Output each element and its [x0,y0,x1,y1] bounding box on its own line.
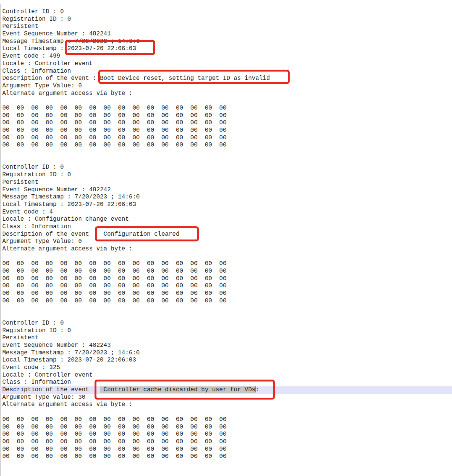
description-line: Description of the event Configuration c… [2,231,452,238]
registration-id-line: Registration ID : 0 [2,16,452,23]
event-code-line: Event code : 499 [2,53,452,60]
class-line: Class : Information [2,379,452,386]
description-label: Description of the event [2,231,104,238]
blank-line [2,157,452,164]
hex-dump-row: 00 00 00 00 00 00 00 00 00 00 00 00 00 0… [2,112,452,120]
description-suffix: : [255,386,259,393]
locale-line: Locale : Controller event [2,60,452,68]
message-timestamp-line: Message Timestamp : 7/20/2023 ; 14:6:0 [2,38,452,46]
blank-line [2,468,452,476]
hex-dump-row: 00 00 00 00 00 00 00 00 00 00 00 00 00 0… [2,416,452,424]
argument-type-value-line: Argument Type Value: 30 [2,394,452,401]
message-timestamp-line: Message Timestamp : 7/20/2023 ; 14:6:0 [2,349,452,357]
hex-dump-row: 00 00 00 00 00 00 00 00 00 00 00 00 00 0… [2,105,452,112]
event-code-line: Event code : 4 [2,209,452,216]
persistence-line: Persistent [2,23,452,31]
alternate-argument-line: Alternate argument access via byte : [2,246,452,253]
event-log-block: Controller ID : 0Registration ID : 0Pers… [2,320,452,475]
locale-line: Locale : Controller event [2,372,452,379]
registration-id-line: Registration ID : 0 [2,171,452,179]
description-line: Description of the event Controller cach… [0,386,452,394]
class-line: Class : Information [2,223,452,231]
alternate-argument-line: Alternate argument access via byte : [2,401,452,409]
class-line: Class : Information [2,68,452,75]
persistence-line: Persistent [2,179,452,186]
hex-dump-row: 00 00 00 00 00 00 00 00 00 00 00 00 00 0… [2,134,452,142]
selected-text: Controller cache discarded by user for V… [100,386,255,393]
hex-dump-row: 00 00 00 00 00 00 00 00 00 00 00 00 00 0… [2,290,452,298]
description-label: Description of the event : [2,75,100,82]
argument-type-value-line: Argument Type Value: 0 [2,82,452,90]
argument-type-value-line: Argument Type Value: 0 [2,238,452,246]
description-line: Description of the event : Boot Device r… [2,75,452,82]
hex-dump-row: 00 00 00 00 00 00 00 00 00 00 00 00 00 0… [2,275,452,283]
local-timestamp-line: Local Timestamp : 2023-07-20 22:06:03 [2,45,452,53]
blank-line [2,149,452,157]
persistence-line: Persistent [2,334,452,342]
hex-dump-row: 00 00 00 00 00 00 00 00 00 00 00 00 00 0… [2,142,452,149]
blank-line [2,97,452,105]
controller-id-line: Controller ID : 0 [2,320,452,327]
controller-id-line: Controller ID : 0 [2,8,452,16]
log-viewer-page: Controller ID : 0Registration ID : 0Pers… [0,0,452,476]
description-value: Configuration cleared [104,231,180,238]
event-sequence-number-line: Event Sequence Number : 482242 [2,186,452,194]
controller-id-line: Controller ID : 0 [2,164,452,171]
alternate-argument-line: Alternate argument access via byte : [2,90,452,98]
locale-line: Locale : Configuration change event [2,216,452,223]
hex-dump-row: 00 00 00 00 00 00 00 00 00 00 00 00 00 0… [2,438,452,446]
hex-dump-row: 00 00 00 00 00 00 00 00 00 00 00 00 00 0… [2,268,452,275]
event-log-block: Controller ID : 0Registration ID : 0Pers… [2,8,452,164]
blank-line [2,253,452,261]
registration-id-line: Registration ID : 0 [2,327,452,335]
hex-dump-row: 00 00 00 00 00 00 00 00 00 00 00 00 00 0… [2,119,452,127]
blank-line [2,305,452,313]
hex-dump-row: 00 00 00 00 00 00 00 00 00 00 00 00 00 0… [2,282,452,290]
hex-dump-row: 00 00 00 00 00 00 00 00 00 00 00 00 00 0… [2,431,452,438]
hex-dump-row: 00 00 00 00 00 00 00 00 00 00 00 00 00 0… [2,127,452,134]
event-sequence-number-line: Event Sequence Number : 482243 [2,342,452,349]
hex-dump-row: 00 00 00 00 00 00 00 00 00 00 00 00 00 0… [2,446,452,453]
local-timestamp-line: Local Timestamp : 2023-07-20 22:06:03 [2,357,452,364]
event-log-block: Controller ID : 0Registration ID : 0Pers… [2,164,452,319]
event-sequence-number-line: Event Sequence Number : 482241 [2,31,452,38]
event-code-line: Event code : 325 [2,364,452,372]
blank-line [2,312,452,320]
hex-dump-row: 00 00 00 00 00 00 00 00 00 00 00 00 00 0… [2,260,452,268]
description-value: Boot Device reset, setting target ID as … [100,75,270,82]
hex-dump-row: 00 00 00 00 00 00 00 00 00 00 00 00 00 0… [2,424,452,431]
blank-line [2,409,452,416]
description-label: Description of the event [2,386,100,393]
blank-line [2,461,452,468]
local-timestamp-line: Local Timestamp : 2023-07-20 22:06:03 [2,201,452,209]
hex-dump-row: 00 00 00 00 00 00 00 00 00 00 00 00 00 0… [2,453,452,461]
message-timestamp-line: Message Timestamp : 7/20/2023 ; 14:6:0 [2,194,452,201]
event-log-text-area[interactable]: Controller ID : 0Registration ID : 0Pers… [0,0,452,475]
hex-dump-row: 00 00 00 00 00 00 00 00 00 00 00 00 00 0… [2,298,452,305]
